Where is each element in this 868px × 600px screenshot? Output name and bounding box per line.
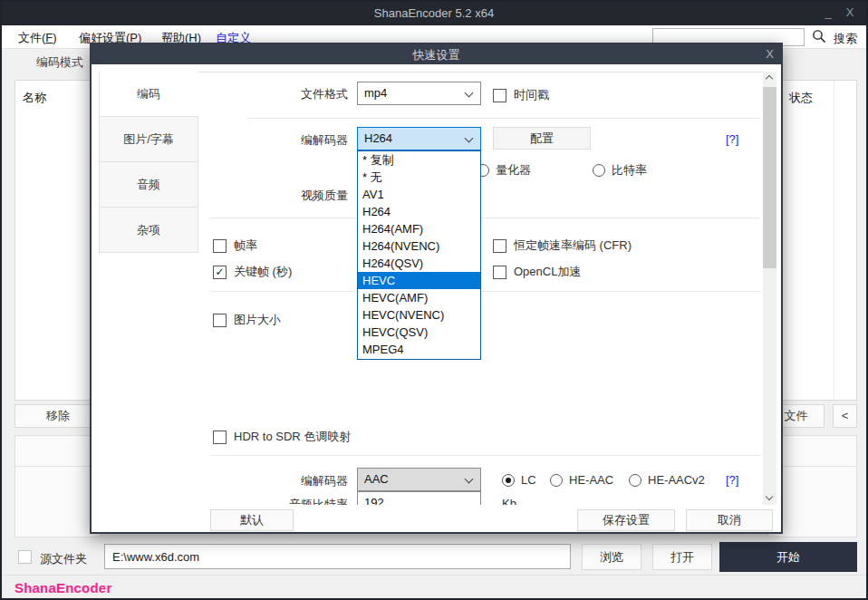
collapse-panel-button[interactable]: < (833, 404, 857, 428)
scrollbar-thumb[interactable] (763, 87, 776, 268)
codec-option[interactable]: H264(NVENC) (358, 237, 480, 255)
lc-radio[interactable]: LC (502, 473, 536, 487)
scroll-up-arrow[interactable] (763, 72, 776, 85)
codec-option[interactable]: * 复制 (358, 151, 480, 169)
tab-audio[interactable]: 音频 (99, 162, 198, 208)
source-path-input[interactable] (104, 544, 571, 569)
video-help-link[interactable]: [?] (726, 132, 738, 146)
picture-size-checkbox[interactable]: 图片大小 (213, 312, 281, 328)
config-button[interactable]: 配置 (493, 127, 591, 150)
divider (209, 291, 760, 292)
dialog-header: 快速设置 X (92, 44, 781, 64)
start-button[interactable]: 开始 (719, 542, 857, 572)
codec-option[interactable]: HEVC(NVENC) (358, 306, 480, 324)
audio-bitrate-unit: Kb (502, 497, 538, 505)
column-header-status[interactable]: 状态 (789, 90, 813, 106)
file-format-label: 文件格式 (227, 86, 348, 102)
search-label[interactable]: 搜索 (834, 31, 857, 47)
codec-option[interactable]: H264 (358, 203, 480, 220)
video-quality-label: 视频质量 (227, 188, 348, 204)
default-button[interactable]: 默认 (210, 509, 294, 531)
tab-misc[interactable]: 杂项 (99, 208, 198, 253)
codec-option[interactable]: MPEG4 (358, 341, 480, 358)
divider (247, 118, 760, 119)
codec-option[interactable]: HEVC(AMF) (358, 289, 480, 306)
tab-encode[interactable]: 编码 (99, 72, 198, 117)
codec-option[interactable]: AV1 (358, 186, 480, 203)
codec-option[interactable]: H264(QSV) (358, 255, 480, 272)
column-header-name[interactable]: 名称 (23, 90, 46, 106)
codec-option[interactable]: H264(AMF) (358, 220, 480, 237)
title-bar: ShanaEncoder 5.2 x64 _ X (2, 2, 866, 25)
chevron-down-icon (465, 89, 474, 98)
close-button[interactable]: X (841, 5, 859, 19)
opencl-checkbox[interactable]: OpenCL加速 (493, 264, 581, 280)
bitrate-radio[interactable]: 比特率 (593, 162, 647, 179)
tab-picture-subtitle[interactable]: 图片/字幕 (99, 117, 198, 162)
column-separator (834, 81, 834, 400)
audio-bitrate-input[interactable]: 192 (357, 491, 481, 505)
browse-button[interactable]: 浏览 (582, 544, 641, 570)
cfr-checkbox[interactable]: 恒定帧速率编码 (CFR) (493, 237, 632, 254)
divider (209, 218, 760, 218)
framerate-checkbox[interactable]: 帧率 (213, 237, 257, 254)
open-button[interactable]: 打开 (652, 544, 712, 570)
minimize-button[interactable]: _ (819, 5, 837, 19)
keyframe-checkbox[interactable]: ✓关键帧 (秒) (213, 264, 292, 280)
video-codec-select[interactable]: H264 (357, 127, 481, 150)
he-aacv2-radio[interactable]: HE-AACv2 (629, 473, 705, 487)
menu-file[interactable]: 文件(F) (18, 30, 57, 46)
he-aac-radio[interactable]: HE-AAC (550, 473, 613, 487)
app-window: ShanaEncoder 5.2 x64 _ X 文件(F) 偏好设置(P) 帮… (0, 0, 868, 600)
search-icon[interactable] (812, 29, 826, 44)
window-title: ShanaEncoder 5.2 x64 (2, 6, 866, 20)
status-bar: ShanaEncoder (2, 575, 866, 598)
codec-option[interactable]: * 无 (358, 169, 480, 186)
codec-dropdown-list: * 复制 * 无 AV1 H264 H264(AMF) H264(NVENC) … (357, 150, 481, 360)
quantizer-radio[interactable]: 量化器 (477, 162, 531, 179)
tab-encode-mode[interactable]: 编码模式 (36, 54, 83, 71)
checkbox-unchecked[interactable] (493, 89, 506, 102)
source-row: 源文件夹 浏览 打开 开始 (2, 540, 866, 575)
dialog-title: 快速设置 (92, 47, 781, 63)
source-folder-checkbox[interactable] (18, 550, 32, 564)
dialog-content: 文件格式 mp4 时间戳 编解码器 H264 配置 [?] 量化器 (200, 72, 760, 505)
dialog-close-button[interactable]: X (766, 47, 774, 61)
audio-codec-select[interactable]: AAC (357, 468, 481, 491)
source-folder-label: 源文件夹 (40, 551, 87, 567)
video-codec-label: 编解码器 (227, 132, 348, 149)
audio-help-link[interactable]: [?] (726, 473, 738, 487)
cancel-button[interactable]: 取消 (686, 509, 773, 531)
save-settings-button[interactable]: 保存设置 (577, 509, 675, 531)
dialog-scrollbar[interactable] (763, 72, 776, 505)
file-format-select[interactable]: mp4 (357, 82, 481, 105)
audio-codec-label: 编解码器 (227, 473, 348, 489)
app-logo: ShanaEncoder (14, 580, 111, 595)
codec-option-selected[interactable]: HEVC (358, 272, 480, 289)
hdr-to-sdr-checkbox[interactable]: HDR to SDR 色调映射 (213, 429, 351, 445)
chevron-down-icon (465, 475, 474, 484)
codec-option[interactable]: HEVC(QSV) (358, 324, 480, 341)
left-info-panel (14, 435, 101, 537)
audio-bitrate-label: 音频比特率 (227, 497, 348, 505)
scroll-down-arrow[interactable] (763, 491, 776, 505)
quick-settings-dialog: 快速设置 X 编码 图片/字幕 音频 杂项 文件格式 mp4 时间戳 编解码器 (90, 43, 783, 534)
timestamp-checkbox[interactable]: 时间戳 (493, 87, 549, 103)
remove-button[interactable]: 移除 (14, 404, 101, 428)
divider (209, 455, 760, 456)
chevron-down-icon (465, 134, 474, 143)
